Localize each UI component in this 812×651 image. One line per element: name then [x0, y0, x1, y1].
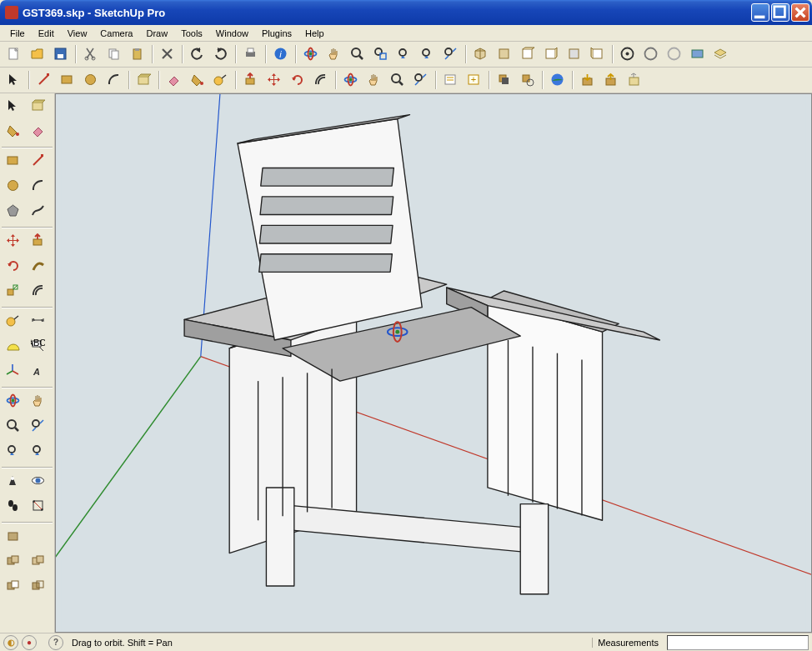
credits-icon[interactable]: ●: [22, 635, 37, 650]
add-scene-button[interactable]: +: [464, 69, 485, 91]
solid-intersect-button[interactable]: [2, 550, 25, 572]
geolocation-icon[interactable]: ◐: [3, 635, 18, 650]
tape-measure-button[interactable]: [2, 310, 25, 332]
dimension-button[interactable]: [27, 310, 50, 332]
shadow-settings-button[interactable]: [517, 69, 539, 91]
position-camera-button[interactable]: [2, 470, 25, 492]
paste-button[interactable]: [127, 43, 148, 65]
zoom-next-button[interactable]: [417, 43, 439, 65]
zoom-button[interactable]: [387, 69, 409, 91]
menu-window[interactable]: Window: [209, 27, 255, 40]
print-button[interactable]: [240, 43, 262, 65]
save-file-button[interactable]: [50, 43, 72, 65]
share-component-button[interactable]: [624, 69, 645, 91]
google-earth-button[interactable]: [547, 69, 569, 91]
preview-ge-button[interactable]: [687, 43, 709, 65]
open-file-button[interactable]: [27, 43, 48, 65]
help-icon[interactable]: ?: [48, 635, 63, 650]
circle-button[interactable]: [80, 69, 102, 91]
viewport-canvas[interactable]: [56, 94, 811, 632]
solid-trim-button[interactable]: [27, 575, 50, 597]
rotate-button[interactable]: [2, 255, 25, 277]
delete-button[interactable]: [157, 43, 178, 65]
offset-button[interactable]: [27, 280, 50, 302]
freehand-button[interactable]: [27, 200, 50, 222]
top-view-button[interactable]: [494, 43, 515, 65]
menu-help[interactable]: Help: [298, 27, 331, 40]
warehouse-upload-button[interactable]: [600, 69, 622, 91]
orbit-button[interactable]: [340, 69, 362, 91]
menu-file[interactable]: File: [3, 27, 32, 40]
menu-camera[interactable]: Camera: [93, 27, 139, 40]
right-view-button[interactable]: [540, 43, 562, 65]
rectangle-button[interactable]: [2, 150, 25, 172]
zoom-extents-button[interactable]: [27, 415, 50, 437]
section-plane-button[interactable]: [27, 495, 50, 517]
rectangle-button[interactable]: [57, 69, 78, 91]
circle-button[interactable]: [2, 175, 25, 197]
close-button[interactable]: [791, 3, 809, 22]
line-button[interactable]: [33, 69, 55, 91]
axes-button[interactable]: [2, 360, 25, 382]
zoom-previous-button[interactable]: [2, 440, 25, 462]
minimize-button[interactable]: [751, 3, 769, 22]
protractor-button[interactable]: [2, 335, 25, 357]
move-button[interactable]: [263, 69, 285, 91]
scale-button[interactable]: [2, 280, 25, 302]
iso-view-button[interactable]: [470, 43, 492, 65]
zoom-window-button[interactable]: [370, 43, 392, 65]
menu-draw[interactable]: Draw: [139, 27, 174, 40]
solid-outer-button[interactable]: [2, 525, 25, 547]
text-label-button[interactable]: ABC: [27, 335, 50, 357]
back-view-button[interactable]: [564, 43, 585, 65]
maximize-button[interactable]: [771, 3, 789, 22]
pan-button[interactable]: [323, 43, 345, 65]
line-button[interactable]: [27, 150, 50, 172]
menu-plugins[interactable]: Plugins: [255, 27, 298, 40]
eraser-button[interactable]: [163, 69, 185, 91]
move-button[interactable]: [2, 230, 25, 252]
redo-button[interactable]: [210, 43, 232, 65]
menu-tools[interactable]: Tools: [174, 27, 209, 40]
follow-me-button[interactable]: [27, 255, 50, 277]
paint-bucket-button[interactable]: [2, 120, 25, 142]
tape-measure-button[interactable]: [210, 69, 232, 91]
zoom-previous-button[interactable]: [393, 43, 415, 65]
zoom-button[interactable]: [2, 415, 25, 437]
component-button[interactable]: [133, 69, 155, 91]
push-pull-button[interactable]: [240, 69, 262, 91]
select-button[interactable]: [2, 95, 25, 117]
layer-button[interactable]: [710, 43, 732, 65]
arc-button[interactable]: [103, 69, 125, 91]
outliner-button[interactable]: [440, 69, 462, 91]
paint-bucket-button[interactable]: [187, 69, 208, 91]
walk-button[interactable]: [2, 495, 25, 517]
menu-view[interactable]: View: [61, 27, 94, 40]
get-photo-button[interactable]: [664, 43, 685, 65]
get-models-button[interactable]: [617, 43, 639, 65]
rotate-button[interactable]: [287, 69, 308, 91]
shadow-toggle-button[interactable]: [494, 69, 515, 91]
zoom-button[interactable]: [347, 43, 368, 65]
eraser-button[interactable]: [27, 120, 50, 142]
measurements-input[interactable]: [667, 635, 809, 650]
offset-button[interactable]: [310, 69, 332, 91]
share-model-button[interactable]: [640, 43, 662, 65]
3d-text-button[interactable]: A: [27, 360, 50, 382]
solid-subtract-button[interactable]: [2, 575, 25, 597]
look-around-button[interactable]: [27, 470, 50, 492]
push-pull-button[interactable]: [27, 230, 50, 252]
undo-button[interactable]: [187, 43, 208, 65]
solid-union-button[interactable]: [27, 550, 50, 572]
zoom-extents-button[interactable]: [410, 69, 432, 91]
arc-button[interactable]: [27, 175, 50, 197]
menu-edit[interactable]: Edit: [32, 27, 61, 40]
component-button[interactable]: [27, 95, 50, 117]
pan-button[interactable]: [27, 390, 50, 412]
model-info-button[interactable]: i: [270, 43, 292, 65]
select-button[interactable]: [3, 69, 25, 91]
left-view-button[interactable]: [587, 43, 609, 65]
polygon-button[interactable]: [2, 200, 25, 222]
zoom-next-button[interactable]: [27, 440, 50, 462]
zoom-extents-button[interactable]: [440, 43, 462, 65]
